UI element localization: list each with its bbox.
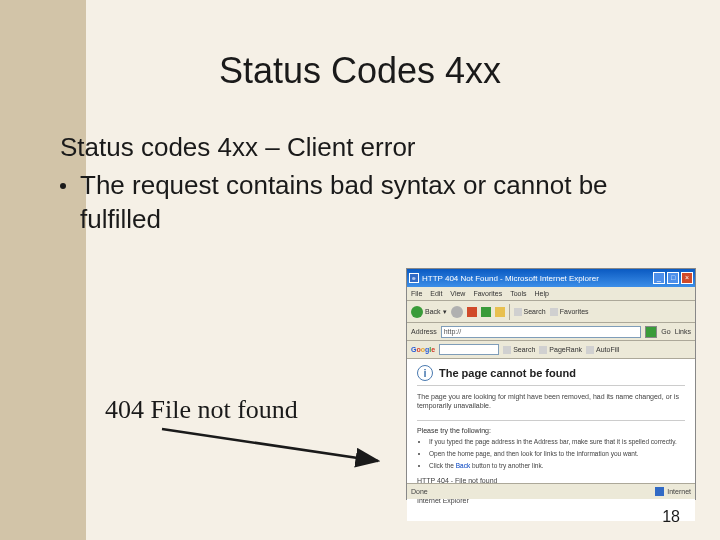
bullet-text: The request contains bad syntax or canno…	[80, 169, 660, 237]
go-button[interactable]	[645, 326, 657, 338]
ie-icon: e	[409, 273, 419, 283]
arrow-icon	[160, 425, 390, 485]
menu-favorites[interactable]: Favorites	[473, 290, 502, 297]
address-bar: Address http:// Go Links	[407, 323, 695, 341]
status-bar: Done Internet	[407, 483, 695, 499]
divider	[417, 420, 685, 421]
links-label[interactable]: Links	[675, 328, 691, 335]
google-search-button[interactable]: Search	[503, 346, 535, 354]
suggestion-list: If you typed the page address in the Add…	[417, 438, 685, 470]
subtitle: Status codes 4xx – Client error	[60, 132, 660, 163]
slide-title: Status Codes 4xx	[0, 0, 720, 92]
toolbar-separator	[509, 304, 510, 320]
zone-icon	[655, 487, 664, 496]
window-title: HTTP 404 Not Found - Microsoft Internet …	[422, 274, 599, 283]
menu-bar: File Edit View Favorites Tools Help	[407, 287, 695, 301]
caption-404: 404 File not found	[105, 395, 298, 425]
stop-button[interactable]	[467, 307, 477, 317]
svg-line-1	[162, 429, 378, 461]
pagerank-label: PageRank	[549, 346, 582, 353]
favorites-button[interactable]: Favorites	[550, 308, 589, 316]
address-label: Address	[411, 328, 437, 335]
bullet-dot-icon	[60, 183, 66, 189]
magnify-icon	[503, 346, 511, 354]
suggestion-item: If you typed the page address in the Add…	[429, 438, 685, 447]
search-button[interactable]: Search	[514, 308, 546, 316]
maximize-button[interactable]: □	[667, 272, 679, 284]
back-label: Back	[425, 308, 441, 315]
try-label: Please try the following:	[417, 427, 685, 434]
address-input[interactable]: http://	[441, 326, 642, 338]
forward-icon	[451, 306, 463, 318]
close-button[interactable]: ×	[681, 272, 693, 284]
window-titlebar: e HTTP 404 Not Found - Microsoft Interne…	[407, 269, 695, 287]
back-button[interactable]: Back ▾	[411, 306, 447, 318]
google-search-label: Search	[513, 346, 535, 353]
menu-help[interactable]: Help	[535, 290, 549, 297]
google-pagerank[interactable]: PageRank	[539, 346, 582, 354]
forward-button[interactable]	[451, 306, 463, 318]
error-message: The page you are looking for might have …	[417, 392, 685, 410]
autofill-label: AutoFill	[596, 346, 619, 353]
go-label: Go	[661, 328, 670, 335]
google-logo-icon: Google	[411, 346, 435, 353]
refresh-button[interactable]	[481, 307, 491, 317]
menu-file[interactable]: File	[411, 290, 422, 297]
error-heading: The page cannot be found	[439, 367, 576, 379]
suggestion-item: Open the home page, and then look for li…	[429, 450, 685, 459]
browser-screenshot: e HTTP 404 Not Found - Microsoft Interne…	[406, 268, 696, 500]
bullet-item: The request contains bad syntax or canno…	[60, 169, 660, 237]
menu-edit[interactable]: Edit	[430, 290, 442, 297]
info-icon: i	[417, 365, 433, 381]
content-area: Status codes 4xx – Client error The requ…	[0, 92, 720, 237]
google-toolbar: Google Search PageRank AutoFill	[407, 341, 695, 359]
menu-view[interactable]: View	[450, 290, 465, 297]
back-icon	[411, 306, 423, 318]
status-left: Done	[411, 488, 428, 495]
pagerank-icon	[539, 346, 547, 354]
menu-tools[interactable]: Tools	[510, 290, 526, 297]
chevron-down-icon: ▾	[443, 308, 447, 316]
google-autofill[interactable]: AutoFill	[586, 346, 619, 354]
back-link[interactable]: Back	[456, 462, 470, 469]
toolbar: Back ▾ Search Favorites	[407, 301, 695, 323]
google-search-input[interactable]	[439, 344, 499, 355]
page-number: 18	[662, 508, 680, 526]
search-label: Search	[524, 308, 546, 315]
suggestion-item: Click the Back button to try another lin…	[429, 462, 685, 471]
home-button[interactable]	[495, 307, 505, 317]
favorites-label: Favorites	[560, 308, 589, 315]
search-icon	[514, 308, 522, 316]
status-right: Internet	[667, 488, 691, 495]
star-icon	[550, 308, 558, 316]
autofill-icon	[586, 346, 594, 354]
minimize-button[interactable]: _	[653, 272, 665, 284]
